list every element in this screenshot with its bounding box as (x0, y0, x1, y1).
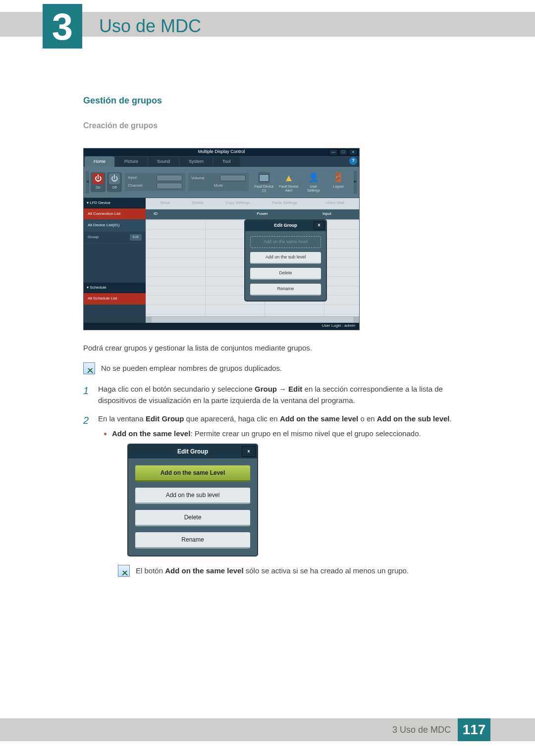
tab-sound[interactable]: Sound (148, 156, 179, 167)
table-body: Edit Groupx Add on the same level Add on… (146, 219, 359, 323)
toolbar: ◄ ⏻On ⏻Off Input Channel Volume Mute Fau… (84, 167, 359, 198)
page-number: 117 (458, 718, 490, 741)
sidebar-header-schedule[interactable]: Schedule (84, 283, 146, 293)
note-icon (83, 362, 95, 374)
option-delete[interactable]: Delete (135, 510, 250, 526)
popup-close-button[interactable]: x (242, 446, 256, 457)
sidebar-header-lfd[interactable]: LFD Device (84, 198, 146, 208)
logout-button[interactable]: 🚪Logout (328, 172, 349, 192)
arrow-icon: → (279, 383, 286, 395)
option-rename[interactable]: Rename (250, 284, 321, 296)
mute-button[interactable]: Mute (191, 183, 246, 189)
col-input: Input (295, 211, 359, 217)
footer-text: 3 Uso de MDC (392, 725, 451, 735)
sidebar-item-all-connection[interactable]: All Connection List (84, 208, 146, 220)
content: Gestión de grupos Creación de grupos Mul… (83, 94, 471, 593)
video-wall-button[interactable]: Video Wall (325, 200, 344, 206)
option-add-sub-level[interactable]: Add on the sub level (135, 488, 250, 504)
window-titlebar: Multiple Display Control — □ x (84, 149, 359, 156)
tab-picture[interactable]: Picture (115, 156, 147, 167)
input-dropdown[interactable] (157, 175, 182, 181)
group-edit-button[interactable]: Edit (130, 234, 142, 241)
step-body: En la ventana Edit Group que aparecerá, … (98, 413, 471, 586)
tab-home[interactable]: Home (85, 156, 114, 167)
sidebar: LFD Device All Connection List All Devic… (84, 198, 146, 323)
monitor-warn-icon (258, 172, 270, 184)
volume-stepper[interactable] (220, 175, 246, 181)
step-body: Haga clic con el botón secundario y sele… (98, 383, 471, 406)
volume-panel: Volume Mute (188, 173, 249, 191)
power-off-button[interactable]: ⏻Off (107, 172, 122, 192)
delete-button[interactable]: Delete (192, 200, 204, 206)
bullet-list: Add on the same level: Permite crear un … (98, 428, 471, 439)
col-power: Power (230, 211, 294, 217)
window-title: Multiple Display Control (198, 149, 245, 155)
subsection-heading: Creación de grupos (83, 120, 471, 132)
note-text: No se pueden emplear nombres de grupos d… (101, 362, 282, 374)
volume-label: Volume (191, 175, 205, 181)
close-button[interactable]: x (349, 149, 358, 155)
manual-page: 3 Uso de MDC Gestión de grupos Creación … (0, 0, 535, 756)
tab-system[interactable]: System (180, 156, 213, 167)
option-add-sub-level[interactable]: Add on the sub level (250, 252, 321, 264)
step-1: 1 Haga clic con el botón secundario y se… (83, 383, 471, 406)
edit-group-popup: Edit Groupx Add on the same level Add on… (245, 220, 326, 301)
paste-settings-button[interactable]: Paste Settings (272, 200, 298, 206)
maximize-button[interactable]: □ (339, 149, 348, 155)
mdc-window: Multiple Display Control — □ x Home Pict… (84, 149, 359, 330)
sidebar-item-all-schedule[interactable]: All Schedule List (84, 293, 146, 304)
step-number: 2 (83, 413, 92, 586)
option-add-same-level[interactable]: Add on the same Level (135, 465, 250, 482)
user-icon: 👤 (308, 172, 320, 184)
option-add-same-level[interactable]: Add on the same level (250, 236, 321, 248)
popup-title: Edit Groupx (245, 220, 326, 231)
main-area: Move Delete Copy Settings Paste Settings… (146, 198, 359, 323)
step-number: 1 (83, 383, 92, 406)
input-panel: Input Channel (125, 173, 185, 191)
channel-stepper[interactable] (157, 183, 182, 189)
main-tabs: Home Picture Sound System Tool ? (84, 156, 359, 167)
chapter-number-box: 3 (43, 4, 82, 49)
minimize-button[interactable]: — (329, 149, 338, 155)
fault-device-alert-button[interactable]: ▲Fault Device Alert (278, 172, 299, 192)
power-on-button[interactable]: ⏻On (91, 172, 106, 192)
note-text: El botón Add on the same level sólo se a… (136, 565, 409, 576)
tab-tool[interactable]: Tool (214, 156, 240, 167)
chapter-number: 3 (52, 5, 73, 48)
intro-paragraph: Podrá crear grupos y gestionar la lista … (83, 342, 471, 353)
sidebar-item-all-device[interactable]: All Device List(01) (84, 220, 146, 231)
scroll-left-icon[interactable]: ◄ (86, 171, 89, 194)
input-label: Input (128, 175, 137, 181)
copy-settings-button[interactable]: Copy Settings (225, 200, 250, 206)
fault-device-button[interactable]: Fault Device (1) (254, 172, 274, 192)
popup-title: Edit Groupx (128, 445, 257, 458)
scroll-right-icon[interactable]: ► (354, 171, 357, 194)
col-id: ID (146, 211, 165, 217)
channel-label: Channel (128, 183, 143, 189)
help-icon[interactable]: ? (349, 157, 357, 165)
status-bar: User Login : admin (84, 323, 359, 330)
edit-group-popup-large: Edit Groupx Add on the same Level Add on… (128, 444, 258, 556)
table-header: ID Power Input (146, 209, 359, 219)
toolbar-icons: Fault Device (1) ▲Fault Device Alert 👤Us… (254, 172, 349, 192)
note-icon (118, 565, 130, 577)
list-item: Add on the same level: Permite crear un … (112, 428, 471, 439)
note-1: No se pueden emplear nombres de grupos d… (83, 362, 471, 374)
action-bar: Move Delete Copy Settings Paste Settings… (146, 198, 359, 209)
section-heading: Gestión de grupos (83, 94, 471, 108)
page-footer: 3 Uso de MDC 117 (0, 718, 535, 741)
move-button[interactable]: Move (160, 200, 170, 206)
user-settings-button[interactable]: 👤User Settings (303, 172, 324, 192)
window-buttons: — □ x (329, 149, 358, 155)
warning-icon: ▲ (283, 172, 295, 184)
h-scrollbar[interactable] (146, 316, 359, 323)
group-label: Group (88, 234, 99, 240)
step-2: 2 En la ventana Edit Group que aparecerá… (83, 413, 471, 586)
popup-close-button[interactable]: x (314, 221, 324, 230)
note-2: El botón Add on the same level sólo se a… (118, 565, 471, 577)
sidebar-item-group: Group Edit (84, 232, 146, 244)
option-delete[interactable]: Delete (250, 268, 321, 280)
app-screenshot: Multiple Display Control — □ x Home Pict… (83, 148, 360, 330)
option-rename[interactable]: Rename (135, 532, 250, 549)
chapter-title: Uso de MDC (99, 16, 201, 37)
